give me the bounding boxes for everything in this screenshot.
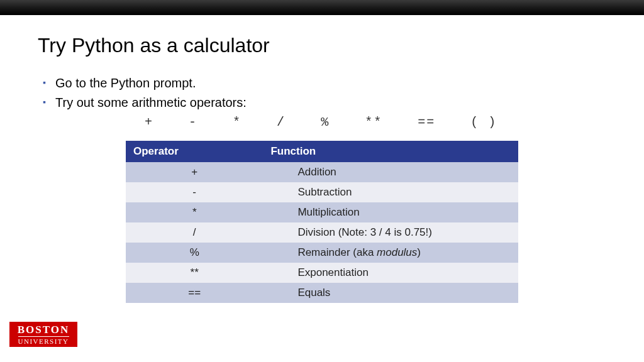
- cell-text-italic: modulus: [377, 246, 417, 258]
- table-header-row: Operator Function: [126, 141, 518, 162]
- table-header-function: Function: [263, 141, 518, 162]
- cell-operator: ==: [126, 283, 263, 303]
- operator-table: Operator Function + Addition - Subtracti…: [126, 141, 518, 303]
- table-row: * Multiplication: [126, 202, 518, 222]
- operator-symbol: -: [189, 115, 197, 129]
- table-header-operator: Operator: [126, 141, 263, 162]
- cell-function: Multiplication: [263, 202, 518, 222]
- cell-function: Remainder (aka modulus): [263, 243, 518, 263]
- table-row: ** Exponentiation: [126, 263, 518, 283]
- operator-table-wrap: Operator Function + Addition - Subtracti…: [38, 141, 606, 303]
- cell-operator: +: [126, 162, 263, 182]
- table-row: / Division (Note: 3 / 4 is 0.75!): [126, 222, 518, 243]
- cell-operator: *: [126, 202, 263, 222]
- logo-line-1: BOSTON: [18, 324, 70, 335]
- window-topbar: [0, 0, 644, 15]
- operator-symbol: ( ): [470, 115, 497, 129]
- bullet-item: Go to the Python prompt.: [43, 76, 606, 90]
- cell-function: Exponentiation: [263, 263, 518, 283]
- cell-function: Subtraction: [263, 182, 518, 202]
- cell-operator: %: [126, 243, 263, 263]
- table-row: == Equals: [126, 283, 518, 303]
- slide-content: Try Python as a calculator Go to the Pyt…: [0, 15, 644, 303]
- bullet-list: Go to the Python prompt. Try out some ar…: [38, 76, 606, 110]
- cell-function: Division (Note: 3 / 4 is 0.75!): [263, 222, 518, 243]
- operator-symbol: %: [321, 115, 330, 129]
- table-row: + Addition: [126, 162, 518, 182]
- cell-text: ): [417, 246, 421, 258]
- operator-symbol: ==: [418, 115, 435, 129]
- cell-function: Addition: [263, 162, 518, 182]
- cell-operator: **: [126, 263, 263, 283]
- logo-line-2: UNIVERSITY: [18, 336, 69, 345]
- operator-symbol: **: [365, 115, 382, 129]
- cell-operator: -: [126, 182, 263, 202]
- operator-symbol: /: [277, 115, 286, 129]
- cell-operator: /: [126, 222, 263, 243]
- boston-university-logo: BOSTON UNIVERSITY: [9, 322, 77, 347]
- bullet-item: Try out some arithmetic operators:: [43, 96, 606, 110]
- cell-function: Equals: [263, 283, 518, 303]
- table-row: - Subtraction: [126, 182, 518, 202]
- operators-inline: + - * / % ** == ( ): [38, 115, 606, 129]
- table-row: % Remainder (aka modulus): [126, 243, 518, 263]
- operator-symbol: +: [145, 115, 153, 129]
- slide-title: Try Python as a calculator: [38, 34, 606, 57]
- cell-text: Remainder (aka: [297, 246, 377, 258]
- operator-symbol: *: [233, 115, 242, 129]
